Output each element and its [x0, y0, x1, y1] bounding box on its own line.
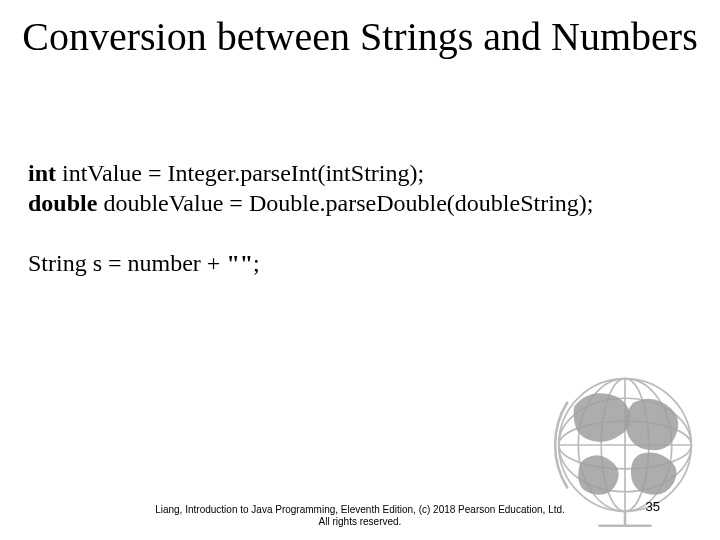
code-text: ;	[253, 250, 260, 276]
code-line-1: int intValue = Integer.parseInt(intStrin…	[28, 158, 593, 188]
slide: Conversion between Strings and Numbers i…	[0, 0, 720, 540]
footer: Liang, Introduction to Java Programming,…	[0, 504, 720, 528]
string-literal: ""	[226, 250, 253, 276]
footer-line-2: All rights reserved.	[0, 516, 720, 528]
keyword-int: int	[28, 160, 56, 186]
footer-line-1: Liang, Introduction to Java Programming,…	[0, 504, 720, 516]
slide-title: Conversion between Strings and Numbers	[0, 0, 720, 60]
code-line-3: String s = number + "";	[28, 248, 593, 278]
code-text: String s = number +	[28, 250, 226, 276]
keyword-double: double	[28, 190, 97, 216]
code-text: doubleValue = Double.parseDouble(doubleS…	[97, 190, 593, 216]
code-block: int intValue = Integer.parseInt(intStrin…	[28, 158, 593, 278]
code-line-2: double doubleValue = Double.parseDouble(…	[28, 188, 593, 218]
code-text: intValue = Integer.parseInt(intString);	[56, 160, 424, 186]
